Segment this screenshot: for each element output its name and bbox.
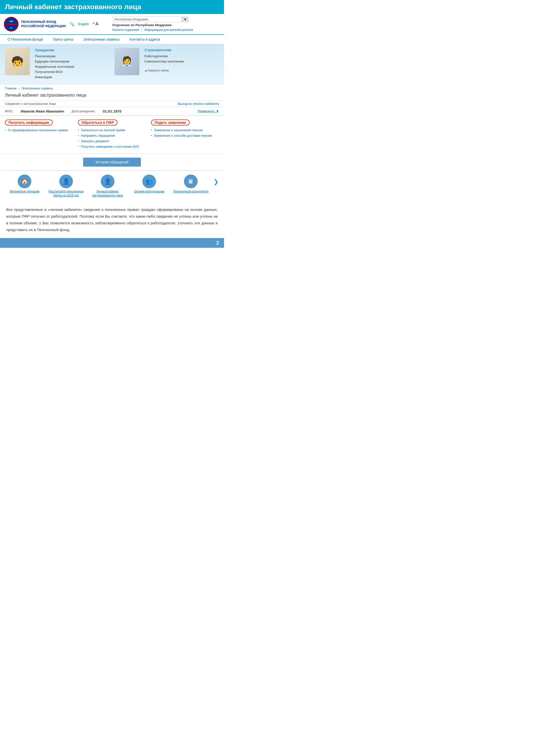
- col1-link-0[interactable]: О сформированных пенсионных правах: [8, 128, 68, 132]
- fio-label: ФИО:: [5, 109, 13, 113]
- next-arrow[interactable]: ❯: [213, 178, 219, 185]
- col1-links: О сформированных пенсионных правах: [5, 128, 73, 132]
- history-btn[interactable]: История обращений: [83, 158, 141, 166]
- region-news-link[interactable]: Новости отделения: [112, 28, 139, 32]
- action-col-2: Обратиться в ПФР Записаться на личный пр…: [78, 120, 146, 150]
- svg-text:РФ: РФ: [10, 27, 12, 29]
- child-image: 🧒: [5, 48, 30, 75]
- service-item-3[interactable]: 👥 Онлайн консультации: [130, 175, 169, 194]
- mega-col-citizens: Гражданам Пенсионерам Будущим пенсионера…: [35, 48, 109, 80]
- citizens-link-4[interactable]: Инвалидам: [35, 75, 52, 79]
- dob-label: Дата рождения:: [72, 109, 95, 113]
- service-label-1: Рассчитайте пенсионные баллы за 2015 год: [47, 190, 86, 198]
- history-btn-row: История обращений: [0, 154, 224, 170]
- service-icon-1: 👤: [59, 175, 73, 188]
- svg-rect-3: [6, 25, 16, 27]
- page-header-title: Личный кабинет застрахованного лица: [5, 3, 219, 11]
- service-icons-row: 🏠 Жизненные ситуации 👤 Рассчитайте пенси…: [0, 171, 224, 201]
- breadcrumb-home[interactable]: Главная: [5, 87, 17, 90]
- user-details-row: ФИО: Иванов Иван Иванович Дата рождения:…: [0, 107, 224, 116]
- service-label-2: Личный кабинет застрахованного лица: [88, 190, 127, 198]
- region-info-link[interactable]: Информация для жителей региона: [144, 28, 193, 32]
- region-dropdown-btn[interactable]: ▼: [182, 17, 188, 22]
- service-label-3: Онлайн консультации: [134, 190, 164, 194]
- region-block: ▼ Отделение по Республике Мордовия Новос…: [112, 17, 220, 32]
- insurers-title: Страхователям: [144, 48, 219, 52]
- logo-area: ПФ РФ ПЕНСИОННЫЙ ФОНД РОССИЙСКОЙ ФЕДЕРАЦ…: [4, 17, 66, 32]
- insurers-link-1[interactable]: Самозанятому населению: [144, 59, 184, 63]
- action-col-1: Получить информацию О сформированных пен…: [5, 120, 73, 150]
- citizens-title: Гражданам: [35, 48, 109, 52]
- service-label-4: Пенсионный калькулятор: [173, 190, 209, 194]
- page-title-section: Личный кабинет застрахованного лица: [0, 93, 224, 100]
- logo-text: ПЕНСИОННЫЙ ФОНД РОССИЙСКОЙ ФЕДЕРАЦИИ: [21, 20, 66, 28]
- service-icon-0: 🏠: [18, 175, 31, 188]
- col3-link-1[interactable]: Заявление о способе доставки пенсии: [154, 134, 212, 137]
- nav-item-services[interactable]: Электронные сервисы: [78, 35, 125, 44]
- user-info-bar: Сведения о застрахованном лице Выход из …: [0, 100, 224, 107]
- search-icon[interactable]: 🔍: [70, 22, 74, 26]
- utility-bar: 🔍 English A A: [66, 20, 102, 28]
- fio-value: Иванов Иван Иванович: [21, 109, 64, 113]
- nav-item-about[interactable]: О Пенсионном фонде: [2, 35, 48, 44]
- page-title: Личный кабинет застрахованного лица: [5, 93, 219, 98]
- insurers-links: Работодателям Самозанятому населению: [144, 54, 219, 63]
- action-columns: Получить информацию О сформированных пен…: [0, 116, 224, 154]
- col2-links: Записаться на личный приём Направить обр…: [78, 128, 146, 148]
- font-large-btn[interactable]: A: [95, 21, 99, 27]
- language-link[interactable]: English: [78, 22, 89, 26]
- top-bar: ПФ РФ ПЕНСИОННЫЙ ФОНД РОССИЙСКОЙ ФЕДЕРАЦ…: [0, 14, 224, 34]
- page-number: 2: [216, 240, 219, 246]
- col1-title: Получить информацию: [5, 120, 53, 126]
- col2-link-2[interactable]: Заказать документ: [81, 139, 109, 143]
- region-department: Отделение по Республике Мордовия: [112, 23, 220, 27]
- col3-link-0[interactable]: Заявление о назначении пенсии: [154, 128, 203, 132]
- service-item-2[interactable]: 👤 Личный кабинет застрахованного лица: [88, 175, 127, 198]
- col2-title: Обратиться в ПФР: [78, 120, 117, 126]
- service-icon-4: 🖩: [184, 175, 197, 188]
- info-text: Все представленные в «личном кабинете» с…: [0, 201, 224, 238]
- footer-bar: 2: [0, 238, 224, 248]
- action-col-3: Подать заявление Заявление о назначении …: [151, 120, 219, 150]
- collapse-menu-btn[interactable]: ▲Свернуть меню: [144, 69, 169, 72]
- col3-links: Заявление о назначении пенсии Заявление …: [151, 128, 219, 137]
- dob-value: 01.01.1970: [103, 109, 122, 113]
- service-item-4[interactable]: 🖩 Пенсионный калькулятор: [171, 175, 210, 194]
- svg-text:ПФ: ПФ: [9, 20, 13, 23]
- svg-rect-2: [6, 24, 16, 25]
- service-icon-2: 👤: [101, 175, 114, 188]
- expand-btn[interactable]: Развернуть ▼: [198, 109, 219, 113]
- mega-menu: 🧒 Гражданам Пенсионерам Будущим пенсионе…: [0, 44, 224, 84]
- font-size-controls: A A: [92, 21, 99, 27]
- nav-item-press[interactable]: Пресс-центр: [48, 35, 78, 44]
- citizens-link-0[interactable]: Пенсионерам: [35, 54, 55, 58]
- font-small-btn[interactable]: A: [92, 21, 95, 27]
- breadcrumb: Главная » Электронные сервисы: [0, 84, 224, 93]
- logout-link[interactable]: Выход из личного кабинета: [178, 102, 219, 106]
- breadcrumb-section[interactable]: Электронные сервисы: [22, 87, 53, 90]
- nav-item-contacts[interactable]: Контакты и адреса: [125, 35, 165, 44]
- service-item-1[interactable]: 👤 Рассчитайте пенсионные баллы за 2015 г…: [47, 175, 86, 198]
- user-info-label: Сведения о застрахованном лице: [5, 102, 56, 106]
- pfr-logo-icon: ПФ РФ: [4, 17, 19, 32]
- citizens-link-2[interactable]: Федеральным льготникам: [35, 65, 74, 69]
- service-icon-3: 👥: [142, 175, 156, 188]
- col2-link-1[interactable]: Направить обращение: [81, 134, 115, 137]
- citizens-links: Пенсионерам Будущим пенсионерам Федераль…: [35, 54, 109, 79]
- man-image: 🧑‍💼: [114, 48, 139, 75]
- region-links: Новости отделения | Информация для жител…: [112, 28, 220, 32]
- col3-title: Подать заявление: [151, 120, 190, 126]
- citizens-link-1[interactable]: Будущим пенсионерам: [35, 59, 70, 63]
- region-input[interactable]: [112, 17, 182, 22]
- info-paragraph: Все представленные в «личном кабинете» с…: [6, 206, 218, 233]
- col2-link-0[interactable]: Записаться на личный приём: [81, 128, 125, 132]
- service-label-0: Жизненные ситуации: [10, 190, 39, 194]
- service-item-0[interactable]: 🏠 Жизненные ситуации: [5, 175, 44, 194]
- mega-col-insurers: Страхователям Работодателям Самозанятому…: [144, 48, 219, 80]
- page-header: Личный кабинет застрахованного лица: [0, 0, 224, 14]
- col2-link-3[interactable]: Получить извещение о состоянии ИЛС: [81, 145, 139, 148]
- insurers-link-0[interactable]: Работодателям: [144, 54, 167, 58]
- citizens-link-3[interactable]: Получателям МСК: [35, 70, 63, 74]
- main-nav: О Пенсионном фонде Пресс-центр Электронн…: [0, 34, 224, 44]
